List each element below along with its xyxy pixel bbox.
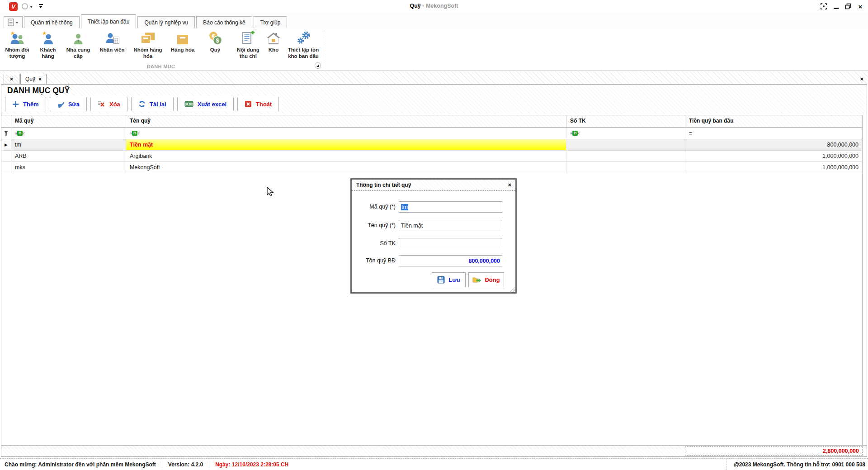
ten-quy-input[interactable]: Tiền mặt [399, 220, 502, 231]
filter-cell-tien-quy[interactable]: = [685, 128, 862, 139]
warehouse-icon [266, 30, 281, 46]
row-indicator-cell [1, 162, 11, 173]
ribbon-item-nha-cung-cap[interactable]: Nhà cung cấp [64, 30, 93, 59]
application-menu-tab[interactable] [4, 16, 23, 28]
svg-text:$: $ [216, 37, 219, 44]
ribbon-item-nhom-doi-tuong[interactable]: Nhóm đối tượng [2, 30, 33, 59]
ribbon-tab-bao-cao-thong-ke[interactable]: Báo cáo thống kê [196, 16, 252, 28]
column-header-ma-quy[interactable]: Mã quỹ [11, 115, 126, 128]
minimize-button[interactable] [832, 2, 840, 10]
export-excel-button[interactable]: XLSX Xuất excel [177, 97, 234, 111]
field-row-so-tk: Số TK [352, 238, 515, 250]
cell-ma-quy[interactable]: mks [11, 162, 126, 173]
abc-filter-icon: aBc [130, 131, 140, 136]
close-window-button[interactable]: × [856, 2, 864, 10]
close-icon: × [10, 76, 13, 82]
cell-ma-quy[interactable]: ARB [11, 151, 126, 162]
page-title: DANH MỤC QUỸ [7, 86, 70, 95]
filter-cell-ma-quy[interactable]: aBc [11, 128, 126, 139]
ribbon-item-kho[interactable]: Kho [265, 30, 282, 53]
ribbon-item-noi-dung-thu-chi[interactable]: Nội dung thu chi [233, 30, 263, 59]
ribbon-item-nhan-vien[interactable]: Nhân viên [95, 30, 129, 53]
column-header-tien-quy[interactable]: Tiền quỹ ban đầu [685, 115, 862, 128]
svg-text:XLSX: XLSX [185, 103, 193, 106]
close-tab-icon[interactable]: × [38, 76, 42, 82]
equals-filter-icon: = [689, 130, 692, 137]
ribbon-group-label: DANH MỤC [0, 64, 322, 69]
restore-button[interactable] [844, 2, 852, 10]
ribbon-tab-tro-giup[interactable]: Trợ giúp [254, 16, 288, 28]
cell-tien-quy[interactable]: 1,000,000,000 [685, 162, 862, 173]
column-header-so-tk[interactable]: Số TK [566, 115, 685, 128]
ribbon-tab-row: Quản trị hệ thống Thiết lập ban đầu Quản… [0, 13, 868, 28]
ribbon-tab-quan-tri-he-thong[interactable]: Quản trị hệ thống [24, 16, 80, 28]
cell-tien-quy[interactable]: 1,000,000,000 [685, 151, 862, 162]
field-row-ten-quy: Tên quỹ (*) Tiền mặt [352, 220, 515, 232]
ribbon-item-khach-hang[interactable]: Khách hàng [36, 30, 60, 59]
doc-tab-quy[interactable]: Quỹ × [20, 74, 47, 84]
add-button[interactable]: Thêm [5, 97, 46, 111]
dialog-close-icon[interactable]: × [508, 181, 511, 188]
person-star-icon [41, 30, 55, 46]
ma-quy-input[interactable]: tm [399, 201, 502, 213]
restore-icon [845, 3, 851, 9]
filter-cell-so-tk[interactable]: aBc [566, 128, 685, 139]
ribbon-item-hang-hoa[interactable]: Hàng hóa [168, 30, 197, 53]
minimize-icon [834, 8, 839, 9]
person-green-icon [72, 30, 84, 46]
reload-button[interactable]: Tải lại [131, 97, 174, 111]
exit-button[interactable]: Thoát [237, 97, 279, 111]
ribbon-tab-thiet-lap-ban-dau[interactable]: Thiết lập ban đầu [81, 14, 137, 28]
exit-icon [245, 100, 252, 108]
ribbon-item-thiet-lap-ton-kho[interactable]: Thiết lập tồn kho ban đầu [283, 30, 324, 59]
close-all-tabs-button[interactable]: × [4, 74, 19, 84]
document-tab-strip: × Quỹ × × [0, 71, 868, 84]
cell-so-tk[interactable] [566, 151, 685, 162]
filter-cell-ten-quy[interactable]: aBc [126, 128, 566, 139]
delete-button[interactable]: Xóa [90, 97, 127, 111]
cell-so-tk[interactable] [566, 139, 685, 151]
field-row-ma-quy: Mã quỹ (*) tm [352, 201, 515, 213]
pencil-icon [57, 101, 64, 108]
so-tk-label: Số TK [352, 240, 396, 247]
cell-tien-quy[interactable]: 800,000,000 [685, 139, 862, 151]
toolbar: Thêm Sửa Xóa Tải lại XLSX Xuất excel Tho… [5, 97, 279, 111]
selected-row-marker-icon: ▶ [5, 142, 8, 147]
close-dialog-button[interactable]: Đóng [468, 272, 504, 287]
save-button[interactable]: Lưu [432, 272, 466, 287]
cell-ma-quy[interactable]: tm [11, 139, 126, 151]
application-menu-icon [8, 19, 19, 26]
cell-ten-quy[interactable]: Tiền mặt [126, 139, 566, 151]
edit-button[interactable]: Sửa [50, 97, 87, 111]
ribbon-group-separator [324, 30, 324, 68]
ton-quy-label: Tồn quỹ BĐ [352, 257, 396, 264]
welcome-text: Chào mừng: Administrator đến với phần mề… [5, 461, 156, 468]
table-row[interactable]: ARB Argibank 1,000,000,000 [1, 151, 862, 162]
fullscreen-button[interactable] [820, 2, 828, 10]
boxes-icon [140, 30, 156, 46]
abc-filter-icon: aBc [570, 131, 580, 136]
table-row[interactable]: ▶ tm Tiền mặt 800,000,000 [1, 139, 862, 151]
dialog-resize-grip[interactable] [510, 287, 515, 292]
column-header-ten-quy[interactable]: Tên quỹ [126, 115, 566, 128]
dialog-title-bar[interactable]: Thông tin chi tiết quỹ [352, 180, 515, 191]
ribbon-item-quy[interactable]: €$ Quỹ [204, 30, 226, 53]
table-row[interactable]: mks MekongSoft 1,000,000,000 [1, 162, 862, 173]
ribbon-tab-quan-ly-nghiep-vu[interactable]: Quản lý nghiệp vụ [137, 16, 195, 28]
ton-quy-input[interactable]: 800,000,000 [399, 255, 502, 266]
close-folder-arrow-icon [472, 276, 481, 283]
grid-footer-row: 2,800,000,000 [1, 445, 867, 456]
coins-icon: €$ [208, 30, 222, 46]
group-dialog-launcher-button[interactable] [315, 62, 321, 69]
cell-ten-quy[interactable]: Argibank [126, 151, 566, 162]
cell-ten-quy[interactable]: MekongSoft [126, 162, 566, 173]
ribbon-item-nhom-hang-hoa[interactable]: Nhóm hàng hóa [130, 30, 165, 59]
fullscreen-icon [821, 3, 827, 9]
so-tk-input[interactable] [399, 238, 502, 249]
status-separator [162, 461, 162, 467]
row-indicator-cell [1, 151, 11, 162]
person-card-icon [104, 30, 120, 46]
document-plus-icon [241, 30, 255, 46]
close-document-button[interactable]: × [860, 76, 863, 82]
cell-so-tk[interactable] [566, 162, 685, 173]
